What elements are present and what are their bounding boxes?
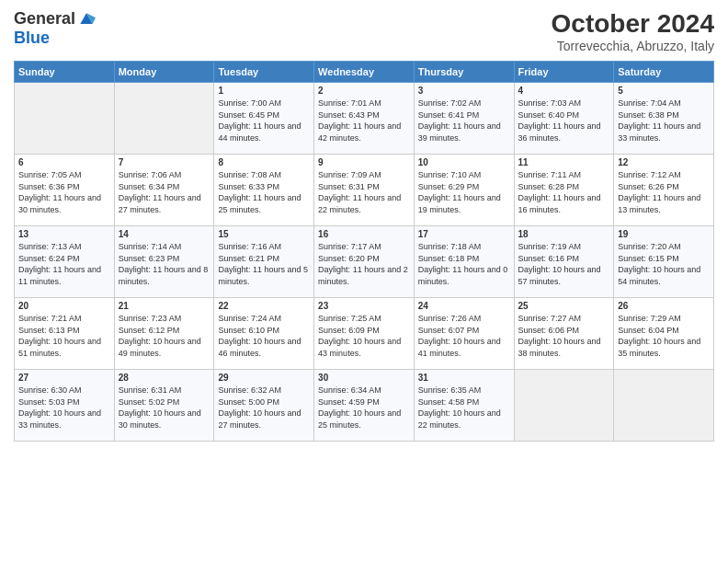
day-info-0-3: Sunrise: 7:01 AM Sunset: 6:43 PM Dayligh… xyxy=(318,98,410,144)
day-info-1-6: Sunrise: 7:12 AM Sunset: 6:26 PM Dayligh… xyxy=(618,169,710,215)
cell-4-4: 31Sunrise: 6:35 AM Sunset: 4:58 PM Dayli… xyxy=(414,370,514,442)
day-info-4-4: Sunrise: 6:35 AM Sunset: 4:58 PM Dayligh… xyxy=(418,385,510,431)
calendar-header: Sunday Monday Tuesday Wednesday Thursday… xyxy=(15,62,714,83)
cell-3-6: 26Sunrise: 7:29 AM Sunset: 6:04 PM Dayli… xyxy=(614,298,714,370)
day-info-4-2: Sunrise: 6:32 AM Sunset: 5:00 PM Dayligh… xyxy=(218,385,310,431)
cell-2-1: 14Sunrise: 7:14 AM Sunset: 6:23 PM Dayli… xyxy=(114,226,214,298)
day-number-0-5: 4 xyxy=(518,86,610,96)
day-number-4-1: 28 xyxy=(119,373,210,383)
cell-2-2: 15Sunrise: 7:16 AM Sunset: 6:21 PM Dayli… xyxy=(214,226,314,298)
day-number-2-0: 13 xyxy=(18,229,110,239)
cell-0-5: 4Sunrise: 7:03 AM Sunset: 6:40 PM Daylig… xyxy=(514,83,614,155)
cell-0-3: 2Sunrise: 7:01 AM Sunset: 6:43 PM Daylig… xyxy=(314,83,415,155)
day-number-4-3: 30 xyxy=(318,373,410,383)
header-row: Sunday Monday Tuesday Wednesday Thursday… xyxy=(15,62,714,83)
cell-1-3: 9Sunrise: 7:09 AM Sunset: 6:31 PM Daylig… xyxy=(314,155,415,226)
cell-2-6: 19Sunrise: 7:20 AM Sunset: 6:15 PM Dayli… xyxy=(614,226,714,298)
day-number-4-2: 29 xyxy=(218,373,310,383)
day-number-4-4: 31 xyxy=(418,373,510,383)
cell-1-6: 12Sunrise: 7:12 AM Sunset: 6:26 PM Dayli… xyxy=(614,155,714,226)
cell-0-6: 5Sunrise: 7:04 AM Sunset: 6:38 PM Daylig… xyxy=(614,83,714,155)
cell-1-4: 10Sunrise: 7:10 AM Sunset: 6:29 PM Dayli… xyxy=(414,155,514,226)
subtitle: Torrevecchia, Abruzzo, Italy xyxy=(552,39,714,53)
day-number-3-4: 24 xyxy=(418,301,510,311)
header-wednesday: Wednesday xyxy=(314,62,415,83)
week-row-0: 1Sunrise: 7:00 AM Sunset: 6:45 PM Daylig… xyxy=(15,83,714,155)
day-info-2-4: Sunrise: 7:18 AM Sunset: 6:18 PM Dayligh… xyxy=(418,241,510,287)
day-number-3-1: 21 xyxy=(119,301,210,311)
day-info-2-0: Sunrise: 7:13 AM Sunset: 6:24 PM Dayligh… xyxy=(18,241,110,287)
day-info-1-0: Sunrise: 7:05 AM Sunset: 6:36 PM Dayligh… xyxy=(18,169,110,215)
calendar-container: General Blue October 2024 Torrevecchia, … xyxy=(0,0,728,451)
day-number-2-1: 14 xyxy=(119,229,210,239)
day-info-2-1: Sunrise: 7:14 AM Sunset: 6:23 PM Dayligh… xyxy=(119,241,210,287)
day-info-3-1: Sunrise: 7:23 AM Sunset: 6:12 PM Dayligh… xyxy=(119,313,210,359)
calendar-body: 1Sunrise: 7:00 AM Sunset: 6:45 PM Daylig… xyxy=(15,83,714,442)
week-row-4: 27Sunrise: 6:30 AM Sunset: 5:03 PM Dayli… xyxy=(15,370,714,442)
cell-4-3: 30Sunrise: 6:34 AM Sunset: 4:59 PM Dayli… xyxy=(314,370,415,442)
day-info-3-3: Sunrise: 7:25 AM Sunset: 6:09 PM Dayligh… xyxy=(318,313,410,359)
month-title: October 2024 xyxy=(552,9,714,39)
day-number-2-6: 19 xyxy=(618,229,710,239)
cell-3-3: 23Sunrise: 7:25 AM Sunset: 6:09 PM Dayli… xyxy=(314,298,415,370)
cell-3-4: 24Sunrise: 7:26 AM Sunset: 6:07 PM Dayli… xyxy=(414,298,514,370)
day-info-2-3: Sunrise: 7:17 AM Sunset: 6:20 PM Dayligh… xyxy=(318,241,410,287)
cell-0-1 xyxy=(114,83,214,155)
calendar-table: Sunday Monday Tuesday Wednesday Thursday… xyxy=(14,61,714,442)
day-info-1-2: Sunrise: 7:08 AM Sunset: 6:33 PM Dayligh… xyxy=(218,169,310,215)
cell-1-0: 6Sunrise: 7:05 AM Sunset: 6:36 PM Daylig… xyxy=(15,155,115,226)
day-number-2-3: 16 xyxy=(318,229,410,239)
cell-4-6 xyxy=(614,370,714,442)
day-number-0-6: 5 xyxy=(618,86,710,96)
day-info-1-5: Sunrise: 7:11 AM Sunset: 6:28 PM Dayligh… xyxy=(518,169,610,215)
day-info-1-1: Sunrise: 7:06 AM Sunset: 6:34 PM Dayligh… xyxy=(119,169,210,215)
logo: General Blue xyxy=(14,9,96,48)
title-area: October 2024 Torrevecchia, Abruzzo, Ital… xyxy=(552,9,714,53)
day-info-2-2: Sunrise: 7:16 AM Sunset: 6:21 PM Dayligh… xyxy=(218,241,310,287)
day-number-2-2: 15 xyxy=(218,229,310,239)
header-friday: Friday xyxy=(514,62,614,83)
cell-1-2: 8Sunrise: 7:08 AM Sunset: 6:33 PM Daylig… xyxy=(214,155,314,226)
day-info-3-2: Sunrise: 7:24 AM Sunset: 6:10 PM Dayligh… xyxy=(218,313,310,359)
day-number-1-1: 7 xyxy=(119,157,210,167)
cell-0-4: 3Sunrise: 7:02 AM Sunset: 6:41 PM Daylig… xyxy=(414,83,514,155)
day-number-1-4: 10 xyxy=(418,157,510,167)
cell-0-2: 1Sunrise: 7:00 AM Sunset: 6:45 PM Daylig… xyxy=(214,83,314,155)
header-sunday: Sunday xyxy=(15,62,115,83)
day-info-4-3: Sunrise: 6:34 AM Sunset: 4:59 PM Dayligh… xyxy=(318,385,410,431)
logo-blue: Blue xyxy=(14,29,50,47)
day-info-3-6: Sunrise: 7:29 AM Sunset: 6:04 PM Dayligh… xyxy=(618,313,710,359)
cell-1-1: 7Sunrise: 7:06 AM Sunset: 6:34 PM Daylig… xyxy=(114,155,214,226)
day-number-3-6: 26 xyxy=(618,301,710,311)
day-number-3-5: 25 xyxy=(518,301,610,311)
day-number-1-0: 6 xyxy=(18,157,110,167)
cell-2-0: 13Sunrise: 7:13 AM Sunset: 6:24 PM Dayli… xyxy=(15,226,115,298)
day-number-2-5: 18 xyxy=(518,229,610,239)
day-info-0-5: Sunrise: 7:03 AM Sunset: 6:40 PM Dayligh… xyxy=(518,98,610,144)
day-info-0-6: Sunrise: 7:04 AM Sunset: 6:38 PM Dayligh… xyxy=(618,98,710,144)
cell-3-0: 20Sunrise: 7:21 AM Sunset: 6:13 PM Dayli… xyxy=(15,298,115,370)
day-info-2-6: Sunrise: 7:20 AM Sunset: 6:15 PM Dayligh… xyxy=(618,241,710,287)
day-info-3-4: Sunrise: 7:26 AM Sunset: 6:07 PM Dayligh… xyxy=(418,313,510,359)
header-monday: Monday xyxy=(114,62,214,83)
day-info-1-3: Sunrise: 7:09 AM Sunset: 6:31 PM Dayligh… xyxy=(318,169,410,215)
day-number-3-2: 22 xyxy=(218,301,310,311)
day-info-0-2: Sunrise: 7:00 AM Sunset: 6:45 PM Dayligh… xyxy=(218,98,310,144)
cell-4-2: 29Sunrise: 6:32 AM Sunset: 5:00 PM Dayli… xyxy=(214,370,314,442)
day-info-1-4: Sunrise: 7:10 AM Sunset: 6:29 PM Dayligh… xyxy=(418,169,510,215)
cell-4-1: 28Sunrise: 6:31 AM Sunset: 5:02 PM Dayli… xyxy=(114,370,214,442)
day-info-4-0: Sunrise: 6:30 AM Sunset: 5:03 PM Dayligh… xyxy=(18,385,110,431)
logo-general: General xyxy=(14,9,75,29)
cell-0-0 xyxy=(15,83,115,155)
day-number-0-3: 2 xyxy=(318,86,410,96)
day-number-1-6: 12 xyxy=(618,157,710,167)
week-row-2: 13Sunrise: 7:13 AM Sunset: 6:24 PM Dayli… xyxy=(15,226,714,298)
header-area: General Blue October 2024 Torrevecchia, … xyxy=(14,9,714,53)
day-number-3-0: 20 xyxy=(18,301,110,311)
cell-4-0: 27Sunrise: 6:30 AM Sunset: 5:03 PM Dayli… xyxy=(15,370,115,442)
day-number-0-2: 1 xyxy=(218,86,310,96)
cell-2-5: 18Sunrise: 7:19 AM Sunset: 6:16 PM Dayli… xyxy=(514,226,614,298)
day-number-4-0: 27 xyxy=(18,373,110,383)
cell-4-5 xyxy=(514,370,614,442)
day-info-3-0: Sunrise: 7:21 AM Sunset: 6:13 PM Dayligh… xyxy=(18,313,110,359)
